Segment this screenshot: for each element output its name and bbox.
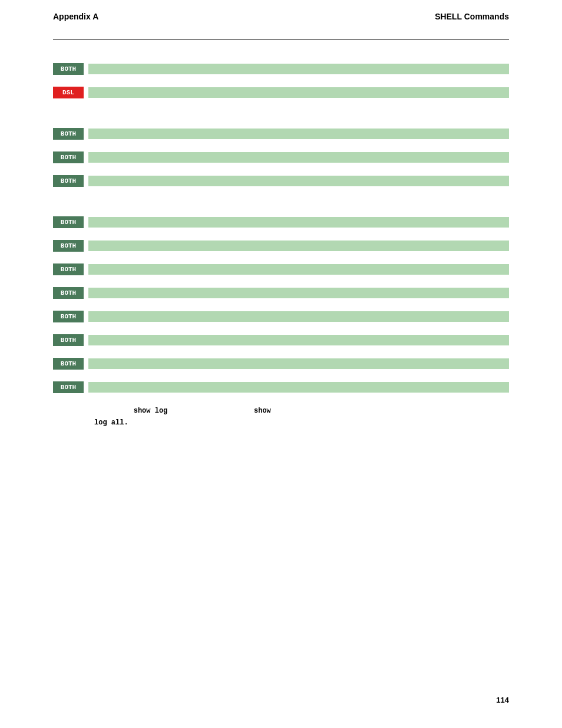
footer-line2: log all. <box>53 417 509 429</box>
log-all-command: log all. <box>94 419 128 427</box>
header-left: Appendix A <box>53 12 98 21</box>
badge-both: BOTH <box>53 334 84 346</box>
badge-both: BOTH <box>53 128 84 140</box>
command-row: BOTH <box>53 63 509 75</box>
command-row: BOTH <box>53 240 509 252</box>
badge-both: BOTH <box>53 63 84 75</box>
badge-both: BOTH <box>53 175 84 187</box>
show-command: show <box>254 407 271 415</box>
command-row: BOTH <box>53 151 509 163</box>
command-bar <box>88 87 509 98</box>
command-row: BOTH <box>53 175 509 187</box>
command-bar <box>88 358 509 369</box>
badge-both: BOTH <box>53 263 84 275</box>
command-bar <box>88 64 509 74</box>
command-row: BOTH <box>53 358 509 370</box>
rows-container: BOTHDSLBOTHBOTHBOTHBOTHBOTHBOTHBOTHBOTHB… <box>53 63 509 393</box>
command-row: BOTH <box>53 381 509 393</box>
page: Appendix A SHELL Commands BOTHDSLBOTHBOT… <box>0 0 562 728</box>
command-row: BOTH <box>53 287 509 299</box>
command-row: BOTH <box>53 311 509 322</box>
command-bar <box>88 152 509 163</box>
badge-dsl: DSL <box>53 87 84 98</box>
command-row: BOTH <box>53 334 509 346</box>
command-bar <box>88 129 509 139</box>
command-row: BOTH <box>53 216 509 228</box>
badge-both: BOTH <box>53 216 84 228</box>
command-bar <box>88 241 509 251</box>
badge-both: BOTH <box>53 311 84 322</box>
page-number: 114 <box>496 696 509 704</box>
command-bar <box>88 335 509 345</box>
badge-both: BOTH <box>53 151 84 163</box>
footer-text: show log show log all. <box>53 405 509 429</box>
badge-both: BOTH <box>53 240 84 252</box>
show-log-command: show log <box>134 407 168 415</box>
badge-both: BOTH <box>53 381 84 393</box>
command-bar <box>88 382 509 393</box>
command-bar <box>88 311 509 322</box>
header-right: SHELL Commands <box>435 12 509 21</box>
command-row: BOTH <box>53 128 509 140</box>
badge-both: BOTH <box>53 358 84 370</box>
command-bar <box>88 264 509 275</box>
footer-line1: show log show <box>53 405 509 417</box>
command-bar <box>88 288 509 298</box>
page-header: Appendix A SHELL Commands <box>53 12 509 39</box>
command-row: DSL <box>53 87 509 98</box>
command-bar <box>88 176 509 186</box>
badge-both: BOTH <box>53 287 84 299</box>
command-row: BOTH <box>53 263 509 275</box>
command-bar <box>88 217 509 228</box>
